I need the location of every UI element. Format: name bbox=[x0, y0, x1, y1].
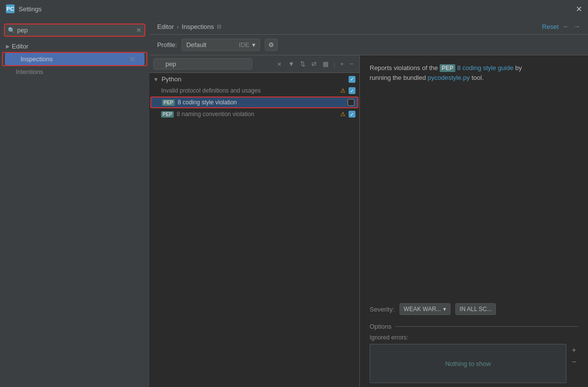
options-divider bbox=[396, 326, 578, 327]
ignored-errors-container: Nothing to show + − bbox=[370, 344, 566, 383]
inspections-list: 🔍 ✕ ▼ ⇅ ⇄ bbox=[149, 55, 360, 387]
python-group-arrow: ▼ bbox=[153, 76, 159, 82]
inspections-pin-icon: ⊟ bbox=[130, 56, 135, 62]
gear-icon: ⚙ bbox=[268, 41, 274, 48]
options-section: Options Ignored errors: Nothing to show … bbox=[360, 319, 588, 387]
editor-arrow-icon: ▶ bbox=[6, 44, 10, 49]
severity-select[interactable]: WEAK WAR... ▾ bbox=[400, 303, 450, 315]
pep-link-badge: PEP bbox=[440, 64, 455, 72]
sidebar-search-input[interactable] bbox=[17, 26, 134, 34]
sidebar-item-inspections[interactable]: Inspections ⊟ bbox=[5, 53, 144, 65]
sidebar-editor-label: Editor bbox=[12, 43, 28, 50]
warning-icon: ⚠ bbox=[340, 111, 346, 118]
options-label: Options bbox=[370, 323, 392, 330]
profile-row: Profile: Default IDE ▾ ⚙ bbox=[149, 35, 588, 55]
inspection-text: 8 naming convention violation bbox=[177, 111, 337, 118]
ignored-errors-label: Ignored errors: bbox=[370, 334, 578, 341]
forward-button[interactable]: → bbox=[573, 23, 580, 30]
severity-row: Severity: WEAK WAR... ▾ IN ALL SC... bbox=[360, 299, 588, 319]
list-item[interactable]: PEP 8 naming convention violation ⚠ ✓ bbox=[149, 109, 359, 120]
main-content: Editor › Inspections ⊟ Reset ← → Profile… bbox=[149, 18, 588, 387]
profile-ide-label: IDE bbox=[239, 41, 250, 48]
sidebar-search-icon: 🔍 bbox=[8, 27, 15, 34]
gear-button[interactable]: ⚙ bbox=[265, 39, 278, 51]
list-item[interactable]: Invalid protocol definitions and usages … bbox=[149, 85, 359, 96]
pep-8-link[interactable]: 8 coding style guide bbox=[457, 64, 514, 72]
python-group-checkbox[interactable]: ✓ bbox=[349, 76, 355, 83]
add-error-button[interactable]: + bbox=[572, 346, 576, 355]
reset-button[interactable]: Reset bbox=[542, 23, 559, 30]
nothing-to-show-text: Nothing to show bbox=[375, 360, 561, 367]
sidebar-item-editor[interactable]: ▶ Editor bbox=[0, 41, 149, 52]
filter-toolbar: 🔍 ✕ ▼ ⇅ ⇄ bbox=[149, 55, 359, 73]
python-group-label: Python bbox=[162, 75, 181, 83]
filter-search-clear[interactable]: ✕ bbox=[277, 61, 282, 67]
breadcrumb-pin-icon: ⊟ bbox=[217, 24, 221, 30]
scope-value: IN ALL SC... bbox=[460, 306, 492, 313]
inspection-text: 8 coding style violation bbox=[178, 99, 345, 106]
add-inspection-button[interactable]: + bbox=[338, 59, 346, 69]
severity-label: Severity: bbox=[370, 306, 395, 313]
sidebar-search-container: 🔍 ✕ bbox=[4, 24, 145, 37]
group-icon: ▦ bbox=[323, 60, 329, 68]
remove-inspection-button[interactable]: − bbox=[348, 59, 355, 69]
options-header: Options bbox=[370, 323, 578, 330]
pycodestyle-link[interactable]: pycodestyle.py bbox=[428, 74, 470, 81]
severity-dropdown-arrow: ▾ bbox=[443, 306, 446, 313]
severity-value: WEAK WAR... bbox=[404, 306, 441, 313]
description-before: Reports violations of the bbox=[370, 64, 438, 72]
detail-spacer bbox=[360, 90, 588, 299]
sidebar: 🔍 ✕ ▶ Editor Inspections ⊟ Intentions bbox=[0, 18, 149, 387]
expand-all-button[interactable]: ⇅ bbox=[298, 59, 307, 69]
inspection-checkbox[interactable]: ✓ bbox=[349, 87, 355, 94]
inspection-checkbox[interactable] bbox=[348, 99, 354, 106]
inspections-area: 🔍 ✕ ▼ ⇅ ⇄ bbox=[149, 55, 588, 387]
python-group-header[interactable]: ▼ Python ✓ bbox=[149, 73, 359, 85]
profile-label: Profile: bbox=[157, 41, 177, 48]
breadcrumb-editor: Editor bbox=[157, 23, 174, 30]
sidebar-inspections-border: Inspections ⊟ bbox=[2, 52, 147, 66]
expand-icon: ⇅ bbox=[300, 60, 306, 68]
toolbar-separator: | bbox=[333, 60, 335, 68]
group-button[interactable]: ▦ bbox=[321, 59, 330, 69]
sidebar-intentions-label: Intentions bbox=[16, 68, 43, 75]
inspection-text: Invalid protocol definitions and usages bbox=[161, 87, 337, 94]
settings-window: PC Settings ✕ 🔍 ✕ ▶ Editor Inspections ⊟ bbox=[0, 0, 588, 387]
filter-search-input[interactable] bbox=[153, 58, 252, 70]
remove-icon: − bbox=[350, 60, 353, 68]
header-actions: Reset ← → bbox=[542, 23, 580, 30]
list-item-selected[interactable]: PEP 8 coding style violation bbox=[150, 97, 358, 108]
close-button[interactable]: ✕ bbox=[576, 4, 582, 14]
main-header: Editor › Inspections ⊟ Reset ← → bbox=[149, 18, 588, 35]
detail-panel: Reports violations of the PEP 8 coding s… bbox=[360, 55, 588, 387]
pep-badge: PEP bbox=[162, 99, 175, 106]
breadcrumb-separator: › bbox=[177, 23, 179, 30]
filter-button[interactable]: ▼ bbox=[286, 59, 297, 69]
nothing-to-show-box: Nothing to show bbox=[370, 344, 566, 383]
inspection-checkbox[interactable]: ✓ bbox=[349, 111, 355, 118]
detail-description: Reports violations of the PEP 8 coding s… bbox=[360, 55, 588, 90]
app-icon: PC bbox=[6, 4, 15, 13]
profile-select[interactable]: Default IDE ▾ bbox=[182, 39, 260, 51]
sidebar-item-intentions[interactable]: Intentions bbox=[0, 66, 149, 77]
window-title: Settings bbox=[19, 5, 42, 13]
back-button[interactable]: ← bbox=[563, 23, 569, 30]
collapse-icon: ⇄ bbox=[311, 60, 317, 68]
warning-icon: ⚠ bbox=[340, 87, 346, 94]
list-content: ▼ Python ✓ Invalid protocol definitions … bbox=[149, 73, 359, 387]
profile-value: Default bbox=[186, 41, 235, 48]
sidebar-inspections-label: Inspections bbox=[21, 55, 53, 63]
add-icon: + bbox=[340, 60, 344, 68]
scope-select[interactable]: IN ALL SC... bbox=[455, 303, 496, 315]
profile-dropdown-arrow: ▾ bbox=[252, 41, 256, 48]
breadcrumb: Editor › Inspections ⊟ bbox=[157, 23, 221, 30]
collapse-all-button[interactable]: ⇄ bbox=[309, 59, 319, 69]
breadcrumb-inspections: Inspections bbox=[182, 23, 214, 30]
remove-error-button[interactable]: − bbox=[572, 358, 576, 366]
description-after: tool. bbox=[471, 74, 484, 81]
sidebar-search-clear[interactable]: ✕ bbox=[136, 26, 141, 34]
filter-search-wrap: 🔍 ✕ bbox=[153, 58, 284, 70]
title-bar: PC Settings ✕ bbox=[0, 0, 588, 18]
filter-icon: ▼ bbox=[288, 60, 295, 68]
pep-badge: PEP bbox=[161, 111, 174, 118]
